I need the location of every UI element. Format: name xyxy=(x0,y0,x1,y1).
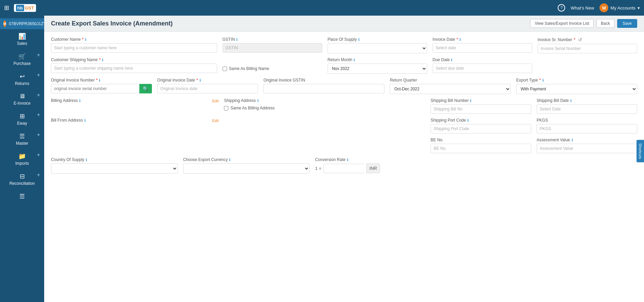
due-date-col: Due Dateℹ xyxy=(433,57,532,73)
conversion-rate-col: Conversion Rateℹ 1 = INR xyxy=(315,157,442,174)
content-area: Create Export Sales Invoice (Amendment) … xyxy=(44,16,644,302)
return-month-select[interactable]: Nov 2022 xyxy=(328,64,427,74)
sidebar-item-returns[interactable]: ↩ Returns + xyxy=(0,69,44,89)
top-navigation: ⊞ hb GST ? What's New M My Accounts ▾ xyxy=(0,0,644,16)
reconciliation-icon: ⊟ xyxy=(20,173,25,180)
original-invoice-gstin-input[interactable] xyxy=(263,84,384,93)
export-currency-info-icon[interactable]: ℹ xyxy=(229,158,230,162)
help-icon[interactable]: ? xyxy=(558,4,565,12)
sidebar-item-more[interactable]: ☰ xyxy=(0,189,44,205)
sidebar-item-purchase[interactable]: 🛒 Purchase + xyxy=(0,49,44,69)
sidebar-item-einvoice[interactable]: 🖥 E-Invoice + xyxy=(0,89,44,109)
sidebar-item-imports[interactable]: 📁 Imports + xyxy=(0,149,44,169)
pkgs-input[interactable] xyxy=(537,124,637,134)
billing-address-info-icon[interactable]: ℹ xyxy=(79,99,81,103)
my-accounts-menu[interactable]: M My Accounts ▾ xyxy=(599,3,640,12)
shipping-bill-date-input[interactable] xyxy=(537,104,637,114)
customer-name-info-icon[interactable]: ℹ xyxy=(85,37,86,42)
shipping-address-info-icon[interactable]: ℹ xyxy=(257,99,259,103)
original-invoice-number-input[interactable] xyxy=(51,84,139,93)
place-of-supply-info-icon[interactable]: ℹ xyxy=(358,37,360,42)
sidebar-item-reconciliation[interactable]: ⊟ Reconciliation + xyxy=(0,169,44,189)
assessment-value-info-icon[interactable]: ℹ xyxy=(572,138,573,142)
due-date-info-icon[interactable]: ℹ xyxy=(451,58,452,62)
returns-add-icon[interactable]: + xyxy=(37,72,40,78)
original-invoice-number-search-button[interactable]: 🔍 xyxy=(139,84,152,93)
assessment-value-label: Assessment Valueℹ xyxy=(537,138,637,142)
place-of-supply-select[interactable] xyxy=(328,43,427,53)
export-currency-select[interactable] xyxy=(183,163,310,174)
be-no-input[interactable] xyxy=(431,144,531,153)
einvoice-add-icon[interactable]: + xyxy=(37,92,40,98)
sidebar-item-sales[interactable]: 📊 Sales xyxy=(0,29,44,49)
invoice-sr-number-input[interactable] xyxy=(538,44,637,53)
master-add-icon[interactable]: + xyxy=(37,132,40,138)
customer-shipping-name-input[interactable] xyxy=(51,64,217,73)
invoice-sr-number-label: Invoice Sr. Number* ↺ xyxy=(538,37,637,42)
purchase-add-icon[interactable]: + xyxy=(37,52,40,58)
shipping-port-code-input[interactable] xyxy=(431,124,531,134)
same-as-billing-address-label[interactable]: Same As Billing Address xyxy=(224,106,425,110)
gstin-info-icon[interactable]: ℹ xyxy=(236,37,238,42)
customer-name-col: Customer Name*ℹ xyxy=(51,37,217,53)
sidebar-item-master[interactable]: ☰ Master + xyxy=(0,129,44,149)
place-of-supply-col: Place Of Supplyℹ xyxy=(328,37,427,53)
back-button[interactable]: Back xyxy=(596,19,614,28)
imports-add-icon[interactable]: + xyxy=(37,152,40,158)
reconciliation-add-icon[interactable]: + xyxy=(37,172,40,178)
assessment-value-input[interactable] xyxy=(537,144,637,153)
orig-inv-date-info-icon[interactable]: ℹ xyxy=(199,78,201,83)
view-list-button[interactable]: View Sales/Export Invoice List xyxy=(530,19,594,28)
eway-add-icon[interactable]: + xyxy=(37,112,40,118)
shipping-bill-num-info-icon[interactable]: ℹ xyxy=(470,99,471,103)
conversion-rate-row: 1 = INR xyxy=(315,163,442,173)
export-type-info-icon[interactable]: ℹ xyxy=(542,78,544,83)
sidebar-item-label: Sales xyxy=(17,41,27,46)
conversion-rate-input[interactable] xyxy=(324,164,364,173)
logo[interactable]: hb GST xyxy=(14,4,36,12)
country-of-supply-info-icon[interactable]: ℹ xyxy=(86,158,87,162)
return-month-col: Return Monthℹ Nov 2022 xyxy=(328,57,427,74)
shipping-bill-date-info-icon[interactable]: ℹ xyxy=(570,99,572,103)
shipping-port-code-col: Shipping Port Codeℹ xyxy=(431,118,531,134)
shortcuts-tab[interactable]: Shortcuts xyxy=(637,140,644,162)
assessment-value-col: Assessment Valueℹ xyxy=(537,138,637,153)
whats-new-link[interactable]: What's New xyxy=(571,5,594,11)
user-id-bar: M 07BVRPR3650J1ZY xyxy=(0,18,44,29)
place-of-supply-label: Place Of Supplyℹ xyxy=(328,37,427,42)
reset-icon[interactable]: ↺ xyxy=(578,37,582,42)
invoice-date-input[interactable] xyxy=(433,43,532,53)
billing-address-edit-link[interactable]: Edit xyxy=(212,99,219,103)
shipping-bill-number-input[interactable] xyxy=(431,104,531,114)
original-invoice-date-input[interactable] xyxy=(157,84,258,93)
orig-inv-num-info-icon[interactable]: ℹ xyxy=(99,78,100,83)
invoice-date-info-icon[interactable]: ℹ xyxy=(459,37,461,42)
sidebar-item-eway[interactable]: ⊞ Eway + xyxy=(0,109,44,129)
bill-from-address-edit-link[interactable]: Edit xyxy=(212,119,219,123)
page-header: Create Export Sales Invoice (Amendment) … xyxy=(44,16,644,32)
country-of-supply-select[interactable] xyxy=(51,163,178,174)
bill-from-address-info-icon[interactable]: ℹ xyxy=(84,118,86,123)
billing-address-label: Billing Addressℹ xyxy=(51,98,81,103)
save-button[interactable]: Save xyxy=(617,19,637,28)
sidebar-item-label: E-Invoice xyxy=(14,101,31,106)
return-month-info-icon[interactable]: ℹ xyxy=(353,58,355,62)
export-currency-label: Choose Export Currencyℹ xyxy=(183,157,310,162)
bill-from-address-label: Bill From Addressℹ xyxy=(51,118,86,123)
sidebar-item-label: Purchase xyxy=(14,61,31,66)
customer-name-input[interactable] xyxy=(51,43,217,53)
shipping-port-code-info-icon[interactable]: ℹ xyxy=(467,118,469,123)
sidebar-item-label: Reconciliation xyxy=(10,181,35,186)
export-type-select[interactable]: With Payment xyxy=(516,84,637,94)
logo-hb: hb xyxy=(16,5,24,11)
return-quarter-select[interactable]: Oct-Dec 2022 xyxy=(390,84,511,94)
conversion-rate-info-icon[interactable]: ℹ xyxy=(347,158,348,162)
grid-icon[interactable]: ⊞ xyxy=(4,4,9,12)
shipping-name-info-icon[interactable]: ℹ xyxy=(102,58,103,62)
form-row-6: BE No. Assessment Valueℹ xyxy=(51,138,637,153)
same-as-billing-name-checkbox-label[interactable]: Same As Billing Name xyxy=(223,66,322,71)
due-date-input[interactable] xyxy=(433,64,532,73)
same-as-billing-name-checkbox[interactable] xyxy=(223,67,227,71)
form-row-4: Billing Addressℹ Edit Shipping Addressℹ … xyxy=(51,98,637,114)
same-as-billing-address-checkbox[interactable] xyxy=(224,106,228,110)
